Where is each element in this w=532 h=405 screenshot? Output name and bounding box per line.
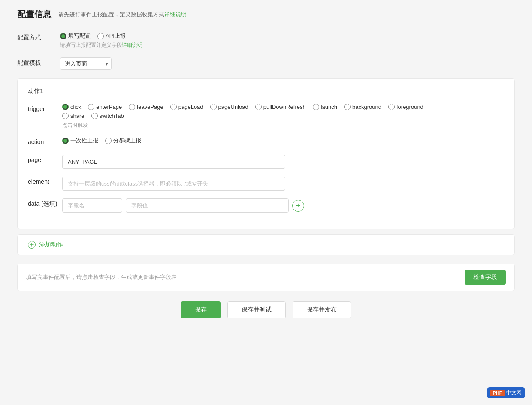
trigger-options: click enterPage leavePage pageLoad [62, 104, 504, 129]
data-content: + [62, 198, 504, 213]
trigger-label: trigger [28, 104, 62, 112]
check-fields-button[interactable]: 检查字段 [465, 270, 506, 285]
trigger-launch[interactable]: launch [313, 104, 337, 110]
trigger-pulldownrefresh-input[interactable] [255, 104, 262, 110]
page-wrapper: 配置信息 请先进行事件上报配置，定义数据收集方式详细说明 配置方式 填写配置 A… [0, 0, 532, 405]
trigger-enterpage[interactable]: enterPage [88, 104, 122, 110]
trigger-enterpage-input[interactable] [88, 104, 94, 110]
template-select[interactable]: 进入页面 离开页面 点击 [60, 57, 112, 70]
page-title-area: 配置信息 请先进行事件上报配置，定义数据收集方式详细说明 [17, 9, 515, 20]
action-once-input[interactable] [62, 138, 69, 144]
trigger-foreground-label: foreground [396, 104, 423, 110]
trigger-share-input[interactable] [62, 113, 69, 119]
bottom-hint: 填写完事件配置后，请点击检查字段，生成或更新事件字段表 [26, 273, 177, 281]
trigger-pageunload-label: pageUnload [218, 104, 248, 110]
action-card: 动作1 trigger click enterPage leavePage [17, 78, 515, 229]
trigger-row: trigger click enterPage leavePage [28, 104, 504, 129]
action-row: action 一次性上报 分步骤上报 [28, 137, 504, 147]
plus-circle-icon [28, 241, 36, 249]
action-once-label: 一次性上报 [70, 137, 98, 144]
config-method-hint: 请填写上报配置并定义字段详细说明 [60, 42, 515, 49]
trigger-pageload-label: pageLoad [178, 104, 203, 110]
field-value-input[interactable] [126, 198, 289, 213]
trigger-pageunload[interactable]: pageUnload [210, 104, 248, 110]
watermark-logo: PHP [490, 390, 505, 396]
trigger-pulldownrefresh[interactable]: pullDownRefresh [255, 104, 306, 110]
add-field-button[interactable]: + [292, 200, 304, 212]
action-step[interactable]: 分步骤上报 [105, 137, 141, 144]
radio-fill-input[interactable] [60, 33, 66, 39]
action-options: 一次性上报 分步骤上报 [62, 137, 504, 147]
action-once[interactable]: 一次性上报 [62, 137, 98, 144]
trigger-pulldownrefresh-label: pullDownRefresh [263, 104, 306, 110]
action-radio-row: 一次性上报 分步骤上报 [62, 137, 504, 144]
page-input-wrapper [62, 155, 504, 169]
subtitle-link[interactable]: 详细说明 [164, 11, 187, 18]
trigger-share-label: share [70, 113, 85, 119]
trigger-leavepage[interactable]: leavePage [129, 104, 163, 110]
add-action-label: 添加动作 [39, 241, 63, 249]
config-method-content: 填写配置 API上报 请填写上报配置并定义字段详细说明 [60, 32, 515, 49]
config-template-row: 配置模板 进入页面 离开页面 点击 ▾ [17, 57, 515, 70]
trigger-foreground-input[interactable] [388, 104, 395, 110]
trigger-hint: 点击时触发 [62, 122, 504, 129]
element-input[interactable] [62, 177, 285, 191]
data-row-label: data (选填) [28, 198, 62, 208]
config-method-hint-link[interactable]: 详细说明 [122, 42, 142, 48]
trigger-radio-row-2: share switchTab [62, 113, 504, 119]
trigger-background[interactable]: background [344, 104, 381, 110]
save-publish-button[interactable]: 保存并发布 [293, 301, 351, 318]
trigger-switchtab-input[interactable] [91, 113, 98, 119]
trigger-leavepage-label: leavePage [137, 104, 163, 110]
page-row: page [28, 155, 504, 169]
data-row: data (选填) + [28, 198, 504, 213]
watermark-text: 中文网 [506, 389, 522, 396]
trigger-click[interactable]: click [62, 104, 81, 110]
element-row: element [28, 177, 504, 191]
trigger-pageload-input[interactable] [170, 104, 177, 110]
footer-buttons: 保存 保存并测试 保存并发布 [17, 301, 515, 318]
field-name-input[interactable] [62, 198, 122, 213]
element-input-wrapper [62, 177, 504, 191]
trigger-pageload[interactable]: pageLoad [170, 104, 203, 110]
radio-api-label: API上报 [106, 32, 126, 40]
page-input[interactable] [62, 155, 285, 169]
trigger-background-label: background [352, 104, 381, 110]
trigger-switchtab[interactable]: switchTab [91, 113, 124, 119]
trigger-launch-input[interactable] [313, 104, 319, 110]
action-row-label: action [28, 137, 62, 145]
action-step-label: 分步骤上报 [113, 137, 141, 144]
bottom-bar: 填写完事件配置后，请点击检查字段，生成或更新事件字段表 检查字段 [17, 264, 515, 291]
radio-api[interactable]: API上报 [97, 32, 126, 40]
action-title: 动作1 [28, 87, 504, 95]
config-template-label: 配置模板 [17, 57, 60, 67]
page-subtitle: 请先进行事件上报配置，定义数据收集方式详细说明 [58, 11, 187, 18]
watermark: PHP 中文网 [487, 387, 525, 398]
config-method-row: 配置方式 填写配置 API上报 请填写上报配置并定义字段详细说明 [17, 32, 515, 49]
trigger-leavepage-input[interactable] [129, 104, 135, 110]
page-title: 配置信息 [17, 9, 51, 20]
trigger-click-label: click [70, 104, 81, 110]
trigger-click-input[interactable] [62, 104, 69, 110]
save-test-button[interactable]: 保存并测试 [227, 301, 286, 318]
trigger-launch-label: launch [321, 104, 337, 110]
data-field-row: + [62, 198, 504, 213]
action-step-input[interactable] [105, 138, 112, 144]
trigger-share[interactable]: share [62, 113, 85, 119]
save-button[interactable]: 保存 [181, 301, 221, 318]
radio-fill[interactable]: 填写配置 [60, 32, 91, 40]
trigger-enterpage-label: enterPage [96, 104, 122, 110]
config-template-content: 进入页面 离开页面 点击 ▾ [60, 57, 515, 70]
trigger-radio-row-1: click enterPage leavePage pageLoad [62, 104, 504, 110]
template-select-wrapper: 进入页面 离开页面 点击 ▾ [60, 57, 112, 70]
config-method-label: 配置方式 [17, 32, 60, 42]
element-row-label: element [28, 177, 62, 185]
trigger-foreground[interactable]: foreground [388, 104, 423, 110]
trigger-background-input[interactable] [344, 104, 351, 110]
config-method-options: 填写配置 API上报 [60, 32, 515, 40]
trigger-switchtab-label: switchTab [100, 113, 124, 119]
radio-fill-label: 填写配置 [68, 32, 91, 40]
trigger-pageunload-input[interactable] [210, 104, 217, 110]
add-action-row[interactable]: 添加动作 [17, 234, 515, 255]
radio-api-input[interactable] [97, 33, 104, 39]
